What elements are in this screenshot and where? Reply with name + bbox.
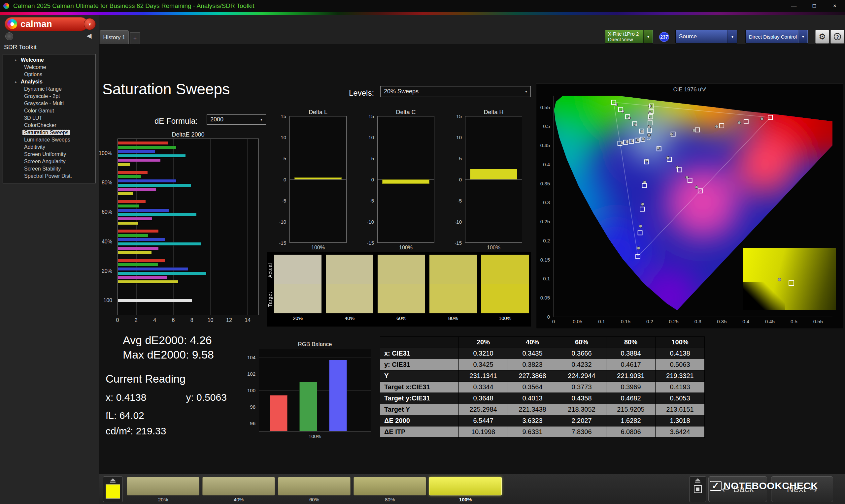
layout-button[interactable] [689, 476, 706, 502]
table-cell: 0.4193 [655, 382, 705, 393]
levels-dropdown[interactable]: 20% Sweeps ▼ [380, 86, 531, 97]
delta-ytick-label: 10 [456, 134, 462, 140]
deltae-xtick-label: 6 [172, 317, 175, 323]
settings-button[interactable]: ⚙ [815, 30, 829, 43]
next-button[interactable]: Next ↪ [771, 476, 833, 502]
sidebar-item-additivity[interactable]: Additivity [3, 143, 95, 151]
deltae-bar [118, 159, 160, 162]
delta-ytick-label: -15 [367, 240, 374, 246]
back-button[interactable]: ↩ Back [708, 476, 767, 502]
table-header: 100% [655, 337, 705, 348]
compare-swatch-60% [377, 255, 425, 313]
patch-button-100%[interactable] [429, 477, 502, 496]
measured-point [738, 121, 741, 124]
sidebar-item-screen-stability[interactable]: Screen Stability [3, 165, 95, 173]
chevron-down-icon[interactable]: ▼ [643, 30, 653, 43]
table-row: Target Y225.2984221.3438218.3052215.9205… [380, 404, 705, 415]
sidebar-tree: ▲WelcomeWelcomeOptions▲AnalysisDynamic R… [3, 54, 96, 183]
source-label: Source [676, 30, 727, 43]
measured-point [666, 156, 669, 159]
rgb-bar-red [270, 395, 287, 431]
rgb-xlabel: 100% [259, 433, 371, 439]
sidebar-item-label: ColorChecker [24, 122, 56, 128]
measured-point [715, 125, 718, 128]
sidebar-item-spectral-power-dist[interactable]: Spectral Power Dist. [3, 173, 95, 180]
bottom-swatches: 20%40%60%80%100% [127, 477, 505, 503]
rgb-gridline [259, 374, 371, 374]
sidebar-item-welcome[interactable]: Welcome [3, 64, 95, 71]
de-formula-dropdown[interactable]: 2000 ▼ [207, 114, 266, 125]
sidebar-item-luminance-sweeps[interactable]: Luminance Sweeps [3, 136, 95, 143]
sidebar-item-3d-lut[interactable]: 3D LUT [3, 114, 95, 122]
window-controls: — □ × [784, 0, 845, 12]
chevron-down-icon: ▼ [522, 90, 530, 93]
compare-labels: 20%40%60%80%100% [274, 315, 529, 321]
workflow-button[interactable] [5, 32, 13, 40]
sidebar-item-analysis[interactable]: ▲Analysis [3, 78, 95, 86]
minimize-button[interactable]: — [784, 0, 804, 12]
deltae-bar [118, 247, 158, 250]
cie-zoom-inset [743, 248, 836, 310]
sidebar-item-screen-angularity[interactable]: Screen Angularity [3, 158, 95, 165]
tab-history-1[interactable]: History 1 [100, 30, 129, 44]
table-cell: 0.3884 [606, 348, 655, 359]
table-row-label: ΔE 2000 [380, 415, 459, 427]
delta-l-title: Delta L [289, 109, 347, 116]
table-row-label: y: CIE31 [380, 359, 459, 371]
table-cell: 0.4138 [655, 348, 705, 359]
table-cell: 0.3666 [557, 348, 606, 359]
measured-point [639, 224, 642, 228]
sidebar-item-screen-uniformity[interactable]: Screen Uniformity [3, 151, 95, 158]
table-cell: 0.3344 [459, 382, 508, 393]
delta-ytick-label: 10 [281, 134, 286, 140]
cie-ylabels: 00.050.10.150.20.250.30.350.40.450.50.55 [538, 96, 552, 317]
maximize-button[interactable]: □ [804, 0, 825, 12]
chevron-down-icon[interactable]: ▼ [798, 30, 808, 43]
calman-menu-button[interactable]: ▾ [84, 18, 96, 30]
current-patch-button[interactable] [103, 476, 123, 502]
patch-button-60%[interactable] [278, 477, 351, 496]
delta-ytick-label: -10 [455, 219, 462, 224]
meter-dropdown[interactable]: X-Rite i1Pro 2 Direct View ▼ [605, 30, 653, 43]
cie-xtick-label: 0.3 [694, 319, 701, 324]
sidebar-item-options[interactable]: Options [3, 71, 95, 78]
table-cell: 7.8306 [557, 427, 606, 438]
deltae-bar [118, 230, 158, 233]
tree-expander-icon[interactable]: ▲ [14, 78, 17, 86]
close-button[interactable]: × [825, 0, 845, 12]
patch-button-20%[interactable] [127, 477, 199, 496]
deltae-bar [118, 276, 167, 279]
sidebar-item-grayscale-2pt[interactable]: Grayscale - 2pt [3, 93, 95, 100]
sidebar-item-color-gamut[interactable]: Color Gamut [3, 107, 95, 114]
cie-ytick-label: 0.1 [543, 276, 550, 281]
sidebar-item-colorchecker[interactable]: ColorChecker [3, 122, 95, 129]
sidebar-item-label: Luminance Sweeps [24, 137, 70, 143]
help-button[interactable]: ? [830, 30, 844, 43]
sidebar-collapse-icon[interactable]: ◀ [87, 32, 91, 40]
sidebar-item-welcome[interactable]: ▲Welcome [3, 56, 95, 64]
table-row: Y231.1341227.3868224.2944221.9031219.332… [380, 371, 705, 382]
rgb-ytick-label: 102 [247, 371, 256, 377]
patch-button-40%[interactable] [203, 477, 275, 496]
cie-xtick-label: 0.1 [598, 319, 605, 324]
tree-expander-icon[interactable]: ▲ [14, 56, 17, 64]
chevron-down-icon[interactable]: ▼ [727, 30, 737, 43]
measured-point [657, 146, 660, 149]
add-tab-button[interactable]: + [130, 32, 140, 44]
display-control-dropdown[interactable]: Direct Display Control ▼ [745, 30, 808, 43]
sidebar-item-grayscale-multi[interactable]: Grayscale - Multi [3, 100, 95, 107]
deltae-ylabels: 100%80%60%40%20%100 [92, 139, 115, 315]
sidebar-item-saturation-sweeps[interactable]: Saturation Sweeps [3, 129, 95, 136]
patch-button-80%[interactable] [353, 477, 426, 496]
meter-label: X-Rite i1Pro 2 Direct View [605, 30, 643, 43]
deltae-xlabels: 02468101214 [118, 317, 259, 324]
calman-logo[interactable]: calman [5, 17, 88, 31]
table-cell: 3.6424 [655, 427, 705, 438]
source-dropdown[interactable]: Source ▼ [675, 30, 737, 43]
table-cell: 2.2027 [557, 415, 606, 427]
cie-xtick-label: 0.4 [742, 319, 749, 324]
sidebar-item-dynamic-range[interactable]: Dynamic Range [3, 86, 95, 93]
rainbow-strip [0, 12, 845, 15]
rgb-ytick-label: 100 [247, 388, 256, 393]
deltae-bar-group [118, 227, 259, 256]
